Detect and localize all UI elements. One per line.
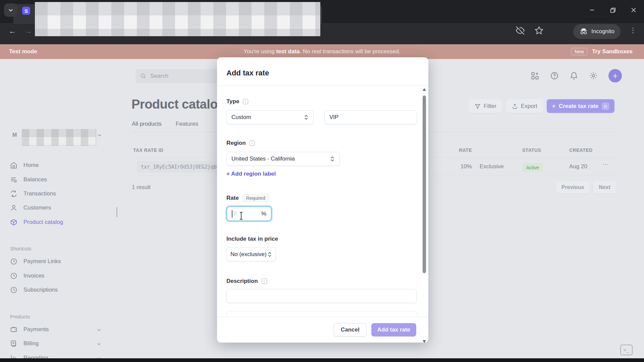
- balances-icon: [10, 176, 17, 183]
- col-created: CREATED: [569, 147, 592, 153]
- col-tax-rate-id: TAX RATE ID: [133, 147, 163, 153]
- row-overflow-button[interactable]: ⋯: [603, 161, 608, 168]
- sidebar-item-product-catalog[interactable]: Product catalog: [10, 219, 63, 226]
- filter-funnel-icon: [475, 103, 481, 109]
- sidebar-scrollbar[interactable]: [116, 207, 117, 217]
- status-badge: Active: [522, 163, 543, 172]
- sidebar-item-payments[interactable]: Payments: [10, 326, 49, 333]
- plus-icon: +: [552, 103, 555, 110]
- developer-console-button[interactable]: >_: [620, 345, 633, 355]
- partially-visible-field: [226, 311, 417, 316]
- incognito-label: Incognito: [591, 28, 614, 35]
- keyboard-shortcut-badge: n: [602, 103, 609, 110]
- redacted-url-bar: [35, 2, 320, 36]
- scroll-up-arrow-icon[interactable]: [423, 88, 426, 91]
- settings-gear-icon[interactable]: [589, 71, 598, 80]
- sidebar-item-subscriptions[interactable]: Subscriptions: [10, 286, 58, 294]
- add-tax-rate-modal: Add tax rate Type i Custom VIP Region i …: [217, 57, 428, 343]
- page-tabs: All products Features: [132, 121, 198, 127]
- tab-search-button[interactable]: [4, 3, 17, 17]
- products-heading: Products: [10, 314, 30, 319]
- chevron-down-icon[interactable]: [97, 342, 101, 346]
- account-avatar: M: [12, 132, 17, 138]
- add-tax-rate-submit-button[interactable]: Add tax rate: [371, 323, 416, 337]
- modal-title: Add tax rate: [226, 69, 269, 77]
- filter-button[interactable]: Filter: [469, 99, 502, 113]
- sidebar-item-customers[interactable]: Customers: [10, 204, 51, 212]
- result-count: 1 result: [132, 184, 151, 191]
- transactions-icon: [10, 190, 17, 197]
- rate-cell: 10%: [453, 163, 472, 170]
- test-data-message: You're using test data. No real transact…: [0, 48, 644, 55]
- add-region-label-link[interactable]: + Add region label: [226, 171, 276, 177]
- modal-footer: Cancel Add tax rate: [217, 317, 428, 343]
- back-button[interactable]: ←: [7, 25, 18, 37]
- ibeam-cursor: [238, 212, 244, 220]
- rate-input[interactable]: 0 %: [226, 206, 272, 221]
- try-sandboxes-link[interactable]: Try Sandboxes: [592, 48, 633, 55]
- new-badge: New: [571, 48, 587, 55]
- rate-type-cell: Exclusive: [480, 163, 504, 170]
- info-icon[interactable]: i: [250, 140, 255, 146]
- customers-icon: [10, 204, 17, 212]
- type-select[interactable]: Custom: [226, 110, 314, 124]
- scrollbar-thumb[interactable]: [423, 96, 426, 273]
- help-icon[interactable]: [550, 71, 559, 80]
- description-input[interactable]: [226, 289, 417, 303]
- test-mode-banner: Test mode You're using test data. No rea…: [0, 44, 644, 59]
- sidebar-item-payment-links[interactable]: Payment Links: [10, 258, 61, 265]
- sidebar-item-balances[interactable]: Balances: [10, 176, 47, 183]
- window-controls: [582, 0, 644, 20]
- info-icon[interactable]: i: [262, 279, 267, 284]
- forward-button[interactable]: →: [23, 25, 34, 37]
- chevron-down-icon[interactable]: [97, 327, 101, 332]
- type-label: Type i: [226, 98, 248, 105]
- next-button[interactable]: Next: [593, 181, 616, 193]
- sidebar-item-transactions[interactable]: Transactions: [10, 190, 56, 197]
- minimize-button[interactable]: [582, 0, 602, 20]
- minimize-icon: [589, 7, 595, 13]
- restore-button[interactable]: [602, 0, 623, 20]
- percent-suffix: %: [261, 210, 266, 217]
- account-chevron-icon[interactable]: [97, 133, 102, 137]
- region-select[interactable]: United States - California: [226, 152, 340, 166]
- modal-scrollbar[interactable]: [422, 87, 426, 344]
- notifications-bell-icon[interactable]: [570, 71, 578, 80]
- sidebar-item-home[interactable]: Home: [10, 162, 39, 169]
- tab-all-products[interactable]: All products: [132, 121, 162, 127]
- sidebar-item-invoices[interactable]: Invoices: [10, 272, 44, 280]
- stripe-favicon: S: [22, 7, 30, 15]
- chevron-down-icon: [8, 7, 13, 13]
- export-button[interactable]: Export: [506, 99, 543, 113]
- info-icon[interactable]: i: [243, 99, 248, 104]
- include-tax-select[interactable]: No (exclusive): [226, 247, 276, 261]
- eye-slash-icon[interactable]: [516, 26, 525, 35]
- create-plus-button[interactable]: +: [608, 69, 622, 82]
- browser-menu-button[interactable]: ⋮: [630, 26, 637, 34]
- redacted-account-name[interactable]: [22, 129, 96, 146]
- rate-label: Rate Required: [226, 194, 269, 202]
- select-chevrons-icon: [330, 156, 335, 162]
- billing-icon: [10, 340, 17, 347]
- incognito-icon: [579, 28, 588, 35]
- tax-rate-id-cell[interactable]: txr_1RyEc5AIrOd53jOEG2jqb: [137, 161, 221, 173]
- clock-icon: [10, 286, 17, 294]
- toolbar-icon-group: [516, 26, 543, 35]
- apps-grid-icon[interactable]: [531, 71, 539, 80]
- region-label: Region i: [226, 140, 255, 146]
- close-icon: [631, 7, 636, 13]
- col-rate: RATE: [453, 147, 472, 153]
- rate-placeholder: 0: [233, 210, 236, 217]
- screen: S ← → Incognito ⋮ Test mode You're using…: [0, 0, 644, 362]
- create-tax-rate-button[interactable]: + Create tax rate n: [547, 99, 614, 113]
- cancel-button[interactable]: Cancel: [334, 323, 367, 337]
- sidebar-item-billing[interactable]: Billing: [10, 340, 39, 347]
- tab-features[interactable]: Features: [176, 121, 198, 127]
- shortcuts-heading: Shortcuts: [10, 246, 31, 251]
- close-button[interactable]: [623, 0, 644, 20]
- bookmark-star-icon[interactable]: [535, 26, 543, 35]
- previous-button[interactable]: Previous: [556, 181, 590, 193]
- type-name-input[interactable]: VIP: [324, 110, 417, 124]
- header-icon-group: +: [531, 69, 622, 82]
- sidebar: M Home Balances Transactions Customers P…: [0, 59, 116, 362]
